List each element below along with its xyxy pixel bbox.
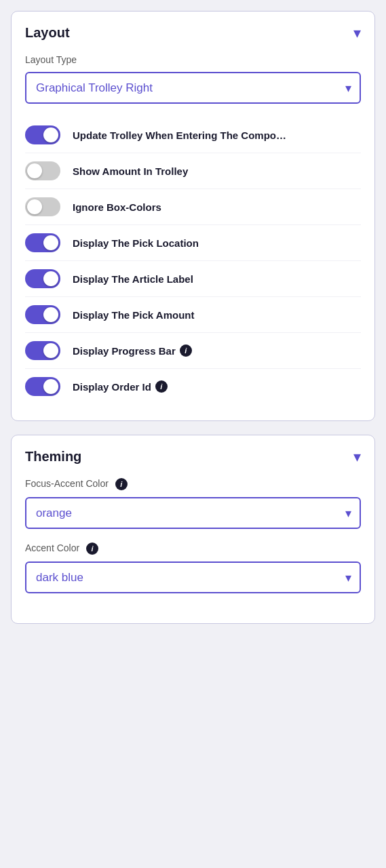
toggle-label-display-order-id: Display Order Id i [73,380,168,393]
toggle-display-order-id[interactable] [25,377,60,396]
toggle-ignore-box-colors[interactable] [25,197,60,216]
toggle-row-display-progress-bar: Display Progress Bar i [25,333,361,369]
toggle-label-show-amount: Show Amount In Trolley [73,165,188,177]
toggle-display-pick-location[interactable] [25,233,60,252]
toggle-display-article-label[interactable] [25,269,60,288]
toggle-label-display-article-label: Display The Article Label [73,273,193,285]
toggle-display-progress-bar[interactable] [25,341,60,360]
layout-panel: Layout ▾ Layout Type Graphical Trolley R… [11,11,375,421]
toggle-row-display-pick-amount: Display The Pick Amount [25,297,361,333]
layout-type-label: Layout Type [25,54,361,65]
toggle-label-ignore-box-colors: Ignore Box-Colors [73,201,161,213]
toggle-row-display-order-id: Display Order Id i [25,369,361,404]
layout-panel-chevron-icon[interactable]: ▾ [353,26,361,41]
layout-type-select[interactable]: Graphical Trolley Right Graphical Trolle… [25,72,361,104]
theming-panel: Theming ▾ Focus-Accent Color i orange re… [11,435,375,624]
accent-info-icon[interactable]: i [86,542,98,555]
theming-panel-title: Theming [25,449,81,465]
toggle-row-display-pick-location: Display The Pick Location [25,225,361,261]
focus-accent-info-icon[interactable]: i [115,478,128,490]
toggle-label-display-progress-bar: Display Progress Bar i [73,344,192,357]
toggle-info-icon-display-progress-bar[interactable]: i [180,344,192,357]
layout-panel-header: Layout ▾ [25,25,361,41]
accent-select[interactable]: dark blue blue purple green red [25,561,361,593]
toggle-label-display-pick-location: Display The Pick Location [73,237,199,249]
toggle-info-icon-display-order-id[interactable]: i [155,380,168,393]
toggle-row-display-article-label: Display The Article Label [25,261,361,297]
theming-panel-header: Theming ▾ [25,449,361,465]
focus-accent-select[interactable]: orange red green blue purple [25,497,361,529]
accent-select-wrapper: dark blue blue purple green red ▾ [25,561,361,593]
accent-label: Accent Color i [25,542,361,555]
focus-accent-label: Focus-Accent Color i [25,478,361,490]
layout-panel-title: Layout [25,25,70,41]
toggle-label-update-trolley: Update Trolley When Entering The Compo… [73,130,286,141]
toggle-row-update-trolley: Update Trolley When Entering The Compo… [25,117,361,153]
focus-accent-select-wrapper: orange red green blue purple ▾ [25,497,361,529]
theming-panel-chevron-icon[interactable]: ▾ [353,450,361,465]
toggle-display-pick-amount[interactable] [25,305,60,324]
toggle-row-show-amount: Show Amount In Trolley [25,153,361,189]
layout-type-select-wrapper: Graphical Trolley Right Graphical Trolle… [25,72,361,104]
toggles-list: Update Trolley When Entering The Compo… … [25,117,361,404]
toggle-show-amount[interactable] [25,161,60,180]
toggle-label-display-pick-amount: Display The Pick Amount [73,309,194,321]
toggle-update-trolley[interactable] [25,125,60,144]
toggle-row-ignore-box-colors: Ignore Box-Colors [25,189,361,225]
